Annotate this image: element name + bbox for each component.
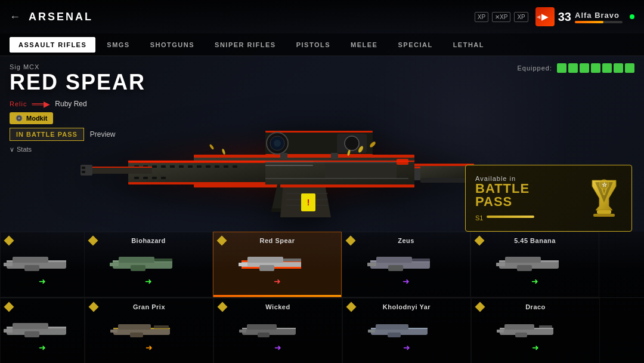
slot-4 [591, 63, 600, 73]
mini-rifle-svg [364, 250, 448, 279]
svg-rect-25 [331, 153, 338, 159]
svg-rect-101 [4, 329, 13, 333]
arrow-icon: ➜ [532, 343, 539, 352]
top-bar: ← ARSENAL XP ✕XP XP ▶ 33 Alfa Bravo [0, 0, 644, 33]
svg-rect-28 [128, 182, 265, 184]
tab-assault-rifles[interactable]: ASSAULT RIFLES [10, 37, 95, 53]
weapon-item-kholodnyi-yar[interactable]: Kholodnyi Yar ➜ [342, 298, 471, 364]
equipped-row: Equipped: [517, 63, 634, 73]
slot-1 [557, 63, 566, 73]
diamond-icon [88, 236, 98, 246]
weapon-item-partial[interactable]: ➜ [0, 232, 84, 297]
bp-label: IN BATTLE PASS [10, 128, 84, 141]
diamond-icon [475, 236, 485, 246]
svg-rect-34 [179, 165, 184, 168]
weapon-item-label: Wicked [265, 303, 290, 310]
svg-rect-42 [143, 177, 148, 179]
svg-rect-51 [280, 184, 331, 187]
svg-rect-108 [154, 325, 169, 328]
top-right-bar: XP ✕XP XP ▶ 33 Alfa Bravo [475, 7, 634, 26]
weapon-item-wicked[interactable]: Wicked ➜ [213, 298, 342, 364]
xp-bar-fill [575, 21, 603, 23]
weapon-item-label: Biohazard [131, 237, 166, 244]
page-title: ARSENAL [29, 11, 93, 23]
svg-rect-96 [496, 263, 505, 266]
svg-rect-44 [161, 177, 166, 179]
svg-rect-90 [367, 263, 376, 266]
weapon-item-gran-prix[interactable]: Gran Prix ➜ [85, 298, 213, 364]
svg-rect-39 [224, 165, 228, 168]
relic-label: Relic [10, 100, 27, 107]
diamond-icon [89, 302, 99, 312]
mini-rifle-svg [107, 316, 191, 346]
xp-bar [575, 21, 623, 23]
svg-rect-35 [188, 165, 193, 168]
svg-rect-92 [412, 259, 430, 262]
weapon-item-banana[interactable]: 5.45 Banana ➜ [470, 232, 599, 297]
svg-rect-91 [388, 265, 403, 271]
svg-rect-123 [515, 333, 527, 337]
weapon-item-biohazard[interactable]: Biohazard ➜ [84, 232, 213, 297]
svg-rect-13 [325, 161, 397, 179]
xp-icons-group: XP ✕XP XP [475, 12, 528, 22]
stats-toggle[interactable]: ∨ Stats [10, 146, 145, 153]
weapon-item-red-spear[interactable]: Red Spear ➜ [213, 232, 342, 297]
svg-rect-38 [215, 165, 219, 168]
weapon-item-label: Gran Prix [133, 303, 165, 310]
svg-rect-32 [161, 165, 166, 168]
svg-rect-105 [118, 324, 151, 330]
tab-pistols[interactable]: PISTOLS [287, 37, 339, 53]
svg-rect-124 [539, 325, 552, 328]
arrow-icon: ➜ [402, 276, 410, 286]
grid-row-1: ➜ Biohazard ➜ Red Spear [0, 232, 644, 297]
arrow-icon: ➜ [274, 276, 281, 286]
tab-smgs[interactable]: SMGS [98, 37, 138, 53]
modkit-label: Modkit [26, 115, 47, 122]
tab-shotguns[interactable]: SHOTGUNS [141, 37, 203, 53]
svg-point-23 [345, 136, 359, 150]
svg-rect-77 [110, 263, 119, 266]
svg-rect-83 [247, 257, 283, 263]
battle-pass-promo[interactable]: Available in BATTLE PASS S1 [465, 165, 632, 232]
weapon-item-label: Kholodnyi Yar [383, 303, 431, 310]
svg-rect-89 [376, 257, 412, 263]
svg-rect-37 [206, 165, 210, 168]
slot-5 [602, 63, 612, 73]
arrow-icon: ➜ [39, 343, 46, 352]
bp-promo-text: Available in BATTLE PASS S1 [475, 175, 579, 222]
weapon-item-draco[interactable]: Draco ➜ [471, 298, 600, 364]
svg-rect-65 [597, 210, 611, 214]
svg-rect-78 [131, 265, 145, 271]
xp-icon-2: ✕XP [492, 12, 510, 22]
svg-rect-47 [80, 165, 92, 176]
svg-rect-111 [247, 324, 277, 330]
svg-rect-71 [13, 257, 48, 263]
tab-lethal[interactable]: LETHAL [444, 37, 493, 53]
svg-rect-73 [24, 265, 39, 271]
diamond-icon [4, 236, 14, 246]
back-button[interactable]: ← ARSENAL [10, 11, 93, 23]
preview-button[interactable]: Preview [90, 130, 116, 139]
weapons-grid: ➜ Biohazard ➜ Red Spear [0, 232, 644, 363]
svg-rect-63 [128, 161, 414, 162]
operator-name: Alfa Bravo [575, 11, 623, 20]
svg-rect-97 [517, 265, 532, 271]
weapon-item-nana[interactable]: ➜ [0, 298, 85, 364]
mini-rifle-svg [1, 316, 84, 346]
mini-rifle-svg [1, 250, 84, 279]
svg-point-21 [274, 140, 281, 147]
svg-rect-85 [259, 265, 274, 271]
tab-special[interactable]: SPECIAL [389, 37, 441, 53]
svg-rect-33 [170, 165, 175, 168]
weapon-item-zeus[interactable]: Zeus ➜ [342, 232, 470, 297]
svg-rect-41 [134, 177, 139, 179]
bp-trophy-icon: V ☆ [586, 177, 622, 219]
tab-melee[interactable]: MELEE [342, 37, 386, 53]
modkit-button[interactable]: Modkit [10, 112, 53, 124]
tab-sniper-rifles[interactable]: SNIPER RIFLES [206, 37, 285, 53]
svg-rect-48 [82, 167, 85, 169]
weapon-item-label: Red Spear [260, 237, 295, 244]
svg-rect-107 [130, 333, 143, 337]
back-arrow-icon: ← [10, 11, 21, 23]
mini-rifle-svg [236, 316, 320, 346]
